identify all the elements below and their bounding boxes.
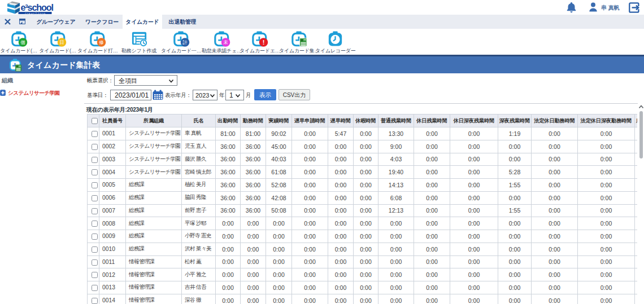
svg-text:未: 未 — [223, 39, 228, 45]
svg-text:イーキューブ スクール: イーキューブ スクール — [24, 12, 46, 14]
svg-text:計: 計 — [182, 39, 188, 45]
svg-text:個: 個 — [20, 39, 25, 45]
svg-text:日: 日 — [59, 39, 64, 45]
svg-text:!: ! — [262, 39, 264, 46]
svg-text:e³school: e³school — [21, 2, 54, 12]
svg-text:修: 修 — [99, 39, 104, 45]
